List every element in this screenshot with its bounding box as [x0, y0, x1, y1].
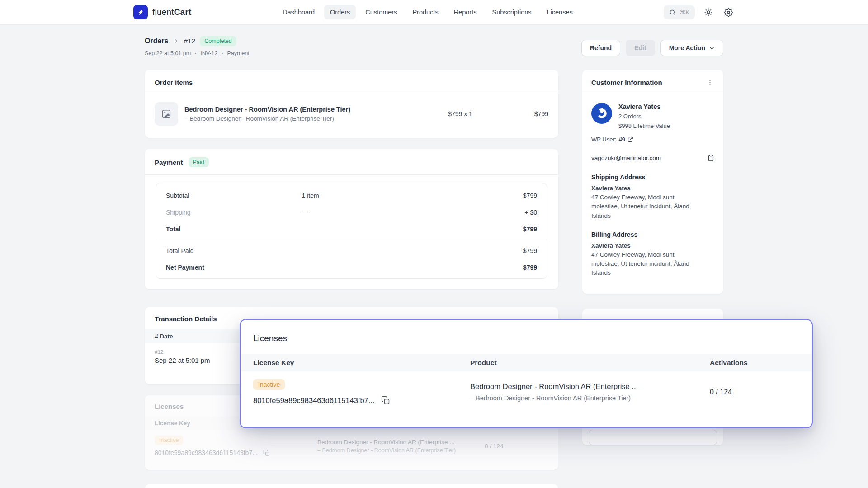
transaction-details-title: Transaction Details — [155, 315, 217, 323]
item-total: $799 — [494, 110, 548, 117]
order-section: Payment — [227, 50, 249, 56]
navbar-actions: ⌘K — [664, 5, 735, 19]
modal-license-key: 8010fe59a89c983463d6115143fb7... — [253, 396, 375, 405]
billing-address-title: Billing Address — [591, 231, 714, 238]
customer-information-card: Customer Information Xaviera Yates 2 Ord… — [582, 70, 723, 294]
search-shortcut: ⌘K — [679, 9, 689, 16]
nav-item-dashboard[interactable]: Dashboard — [277, 5, 321, 19]
order-items-card: Order items Bedroom Designer - RoomVisio… — [145, 70, 558, 138]
shipping-row: Shipping — + $0 — [156, 204, 547, 221]
dot-separator — [222, 53, 223, 54]
settings-button[interactable] — [722, 6, 735, 19]
shipping-address-title: Shipping Address — [591, 174, 714, 181]
brand-name: fluentCart — [152, 7, 192, 17]
sidebar-input-field[interactable] — [589, 430, 717, 445]
customer-avatar — [591, 103, 612, 124]
kebab-menu-icon[interactable] — [706, 78, 714, 87]
payment-summary-box: Subtotal 1 item $799 Shipping — + $0 Tot… — [156, 183, 547, 279]
copy-icon[interactable] — [263, 450, 270, 456]
order-status-badge: Completed — [200, 36, 236, 46]
modal-license-status-badge: Inactive — [253, 379, 285, 390]
order-meta: Sep 22 at 5:01 pm INV-12 Payment — [145, 50, 250, 56]
licenses-modal-row[interactable]: Inactive 8010fe59a89c983463d6115143fb7..… — [241, 371, 812, 413]
product-variant: – Bedroom Designer - RoomVision AR (Ente… — [184, 115, 350, 122]
customer-orders-count: 2 Orders — [618, 113, 670, 120]
breadcrumb-orders-link[interactable]: Orders — [145, 37, 168, 45]
customer-email: vagozuki@mailinator.com — [591, 155, 661, 161]
next-card-sliver — [145, 484, 558, 488]
billing-address-text: 47 Cowley Freeway, Modi sunt molestiae, … — [591, 250, 695, 278]
licenses-modal-table-header: License Key Product Activations — [241, 354, 812, 371]
chevron-right-icon — [173, 38, 179, 44]
nav-item-licenses[interactable]: Licenses — [541, 5, 579, 19]
license-product-variant: – Bedroom Designer - RoomVision AR (Ente… — [317, 447, 485, 454]
license-activations: 0 / 124 — [485, 443, 548, 450]
page: fluentCart Dashboard Orders Customers Pr… — [0, 0, 868, 488]
modal-copy-icon[interactable] — [381, 396, 390, 405]
search-icon — [669, 9, 676, 16]
product-name: Bedroom Designer - RoomVision AR (Enterp… — [184, 106, 350, 113]
licenses-modal-title: Licenses — [241, 320, 812, 354]
modal-product-name: Bedroom Designer - RoomVision AR (Enterp… — [470, 382, 710, 391]
order-date: Sep 22 at 5:01 pm — [145, 50, 191, 56]
order-invoice: INV-12 — [200, 50, 217, 56]
nav-item-reports[interactable]: Reports — [448, 5, 483, 19]
image-icon — [161, 109, 171, 119]
gear-icon — [724, 8, 733, 17]
payment-card: Payment Paid Subtotal 1 item $799 Shippi… — [145, 149, 558, 289]
edit-button[interactable]: Edit — [626, 40, 655, 56]
nav-item-orders[interactable]: Orders — [324, 5, 356, 19]
breadcrumb-order-id: #12 — [184, 37, 195, 45]
top-navbar: fluentCart Dashboard Orders Customers Pr… — [0, 0, 868, 24]
item-price-qty: $799 x 1 — [426, 110, 494, 117]
dot-separator — [195, 53, 196, 54]
sun-icon — [704, 8, 712, 16]
brand-mark-icon — [133, 5, 148, 19]
customer-info-title: Customer Information — [591, 79, 662, 86]
modal-header-activations: Activations — [710, 359, 799, 367]
licenses-bg-row: Inactive 8010fe59a89c983463d6115143fb7..… — [145, 430, 558, 462]
billing-address-name: Xaviera Yates — [591, 242, 714, 249]
license-status-badge: Inactive — [155, 436, 183, 445]
licenses-modal: Licenses License Key Product Activations… — [240, 319, 813, 428]
external-link-icon[interactable] — [627, 136, 633, 142]
refund-button[interactable]: Refund — [581, 40, 620, 56]
breadcrumb: Orders #12 Completed — [145, 36, 250, 46]
page-header: Orders #12 Completed Sep 22 at 5:01 pm I… — [145, 36, 250, 56]
shipping-address-name: Xaviera Yates — [591, 185, 714, 192]
shipping-address-text: 47 Cowley Freeway, Modi sunt molestiae, … — [591, 193, 695, 221]
payment-title: Payment — [155, 159, 183, 166]
net-payment-row: Net Payment $799 — [156, 259, 547, 276]
chevron-down-icon — [709, 45, 715, 51]
theme-toggle-button[interactable] — [702, 6, 715, 19]
subtotal-row: Subtotal 1 item $799 — [156, 187, 547, 204]
more-action-button[interactable]: More Action — [660, 40, 723, 56]
license-product-name: Bedroom Designer - RoomVision AR (Enterp… — [317, 439, 485, 446]
customer-name: Xaviera Yates — [618, 103, 670, 110]
clipboard-icon[interactable] — [708, 155, 714, 161]
total-row: Total $799 — [156, 221, 547, 237]
product-thumbnail — [155, 102, 178, 126]
search-button[interactable]: ⌘K — [664, 5, 695, 19]
modal-activations: 0 / 124 — [710, 388, 799, 396]
modal-header-license-key: License Key — [253, 359, 470, 367]
main-nav: Dashboard Orders Customers Products Repo… — [277, 5, 579, 19]
paid-badge: Paid — [189, 157, 209, 167]
wp-user-link[interactable]: #9 — [618, 136, 625, 143]
modal-header-product: Product — [470, 359, 710, 367]
nav-item-customers[interactable]: Customers — [359, 5, 403, 19]
customer-lifetime-value: $998 Lifetime Value — [618, 122, 670, 129]
order-item-row: Bedroom Designer - RoomVision AR (Enterp… — [145, 94, 558, 134]
licenses-bg-title: Licenses — [155, 403, 184, 410]
order-items-title: Order items — [155, 79, 193, 86]
customer-email-row: vagozuki@mailinator.com — [591, 155, 714, 161]
modal-product-variant: – Bedroom Designer - RoomVision AR (Ente… — [470, 394, 710, 402]
wp-user-line: WP User: #9 — [591, 136, 714, 143]
nav-item-products[interactable]: Products — [406, 5, 444, 19]
nav-item-subscriptions[interactable]: Subscriptions — [486, 5, 537, 19]
order-actions: Refund Edit More Action — [581, 40, 723, 56]
license-key-text: 8010fe59a89c983463d6115143fb7... — [155, 449, 258, 456]
total-paid-row: Total Paid $799 — [156, 242, 547, 259]
brand-logo[interactable]: fluentCart — [133, 5, 192, 19]
